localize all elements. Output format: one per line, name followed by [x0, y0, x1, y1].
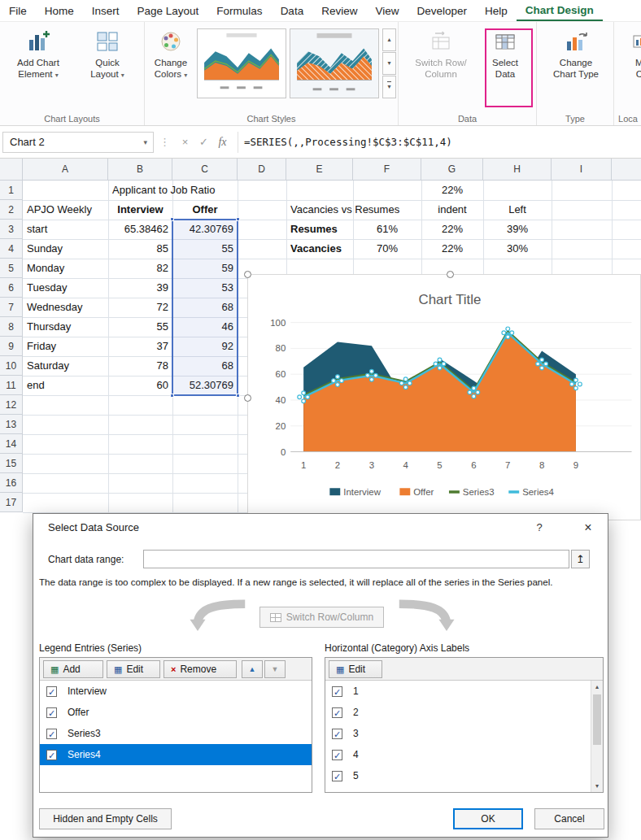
cell-A8[interactable]: Thursday — [23, 317, 108, 337]
name-box[interactable]: Chart 2 ▾ — [2, 132, 154, 153]
chart-data-range-input[interactable] — [143, 550, 569, 568]
cell-B3[interactable]: 65.38462 — [108, 220, 172, 239]
scrollbar[interactable]: ▴ ▾ — [591, 681, 603, 792]
column-header-D[interactable]: D — [238, 159, 286, 181]
menu-tab-home[interactable]: Home — [36, 0, 83, 21]
checkbox-icon[interactable]: ✓ — [46, 707, 57, 718]
style-gallery-scroll-down-button[interactable]: ▾ — [382, 52, 396, 75]
legend-entry-item-series3[interactable]: ✓Series3 — [40, 723, 312, 744]
menu-tab-developer[interactable]: Developer — [408, 0, 476, 21]
cancel-button[interactable]: Cancel — [534, 808, 604, 829]
column-header-H[interactable]: H — [483, 159, 552, 181]
cell-B6[interactable]: 39 — [108, 278, 172, 298]
scroll-down-icon[interactable]: ▾ — [591, 780, 603, 792]
cell-A7[interactable]: Wednesday — [23, 298, 108, 317]
change-colors-button[interactable]: ChangeColors ▾ — [146, 27, 195, 81]
row-header-8[interactable]: 8 — [0, 317, 23, 337]
chart-handle-top-left[interactable] — [244, 271, 251, 278]
remove-series-button[interactable]: ×Remove — [164, 660, 237, 678]
cell-B7[interactable]: 72 — [108, 298, 172, 317]
row-header-17[interactable]: 17 — [0, 493, 23, 512]
cell-A10[interactable]: Saturday — [23, 356, 108, 376]
cell-G2[interactable]: indent — [421, 200, 483, 220]
cell-B4[interactable]: 85 — [108, 239, 172, 259]
cell-A2[interactable]: APJO Weekly — [23, 200, 108, 220]
range-picker-button[interactable]: ↥ — [571, 550, 590, 568]
row-header-3[interactable]: 3 — [0, 220, 23, 239]
style-gallery-more-button[interactable]: ▾ — [382, 76, 396, 98]
checkbox-icon[interactable]: ✓ — [332, 750, 342, 760]
menu-tab-file[interactable]: File — [0, 0, 36, 21]
add-chart-element-button[interactable]: Add ChartElement ▾ — [5, 27, 72, 81]
cell-G1[interactable]: 22% — [421, 181, 483, 200]
checkbox-icon[interactable]: ✓ — [46, 686, 57, 697]
legend-entry-item-series4[interactable]: ✓Series4 — [40, 744, 312, 765]
cancel-icon[interactable]: × — [176, 136, 194, 148]
chevron-down-icon[interactable]: ▾ — [143, 138, 147, 146]
menu-tab-formulas[interactable]: Formulas — [207, 0, 271, 21]
formula-input[interactable]: =SERIES(,,Processing!$C$3:$C$11,4) — [244, 136, 452, 148]
cell-B1[interactable]: Applicant to Job Ratio — [108, 181, 219, 200]
cell-F3[interactable]: 61% — [353, 220, 421, 239]
column-header-I[interactable]: I — [552, 159, 612, 181]
cell-G3[interactable]: 22% — [421, 220, 483, 239]
row-header-6[interactable]: 6 — [0, 278, 23, 298]
select-all-corner[interactable] — [0, 159, 23, 181]
ok-button[interactable]: OK — [453, 808, 523, 829]
row-header-9[interactable]: 9 — [0, 337, 23, 356]
cell-A3[interactable]: start — [23, 220, 108, 239]
row-header-15[interactable]: 15 — [0, 454, 23, 473]
cell-B2[interactable]: Interview — [108, 200, 172, 220]
quick-layout-button[interactable]: QuickLayout ▾ — [76, 27, 138, 81]
checkbox-icon[interactable]: ✓ — [332, 686, 342, 697]
add-series-button[interactable]: ▦Add — [43, 660, 103, 678]
menu-tab-view[interactable]: View — [366, 0, 408, 21]
axis-labels-list[interactable]: ✓1✓2✓3✓4✓5 — [325, 681, 591, 792]
cell-F4[interactable]: 70% — [353, 239, 421, 259]
scroll-up-icon[interactable]: ▴ — [591, 681, 603, 693]
checkbox-icon[interactable]: ✓ — [46, 750, 57, 760]
checkbox-icon[interactable]: ✓ — [46, 729, 57, 739]
legend-entry-item-interview[interactable]: ✓Interview — [40, 681, 312, 702]
menu-tab-chart-design[interactable]: Chart Design — [517, 0, 603, 21]
cell-E4[interactable]: Vacancies — [286, 239, 353, 259]
column-header-B[interactable]: B — [108, 159, 172, 181]
cell-A4[interactable]: Sunday — [23, 239, 108, 259]
menu-tab-review[interactable]: Review — [312, 0, 366, 21]
range-handle[interactable] — [236, 394, 240, 398]
column-header-partial[interactable] — [612, 159, 641, 181]
axis-label-item-3[interactable]: ✓3 — [325, 723, 591, 744]
row-header-1[interactable]: 1 — [0, 181, 23, 200]
select-data-button[interactable]: SelectData — [482, 27, 529, 80]
row-header-13[interactable]: 13 — [0, 415, 23, 434]
checkbox-icon[interactable]: ✓ — [332, 729, 342, 739]
move-chart-button[interactable]: MoCh — [617, 27, 641, 80]
legend-entry-item-offer[interactable]: ✓Offer — [40, 702, 312, 723]
column-header-F[interactable]: F — [353, 159, 421, 181]
cell-A11[interactable]: end — [23, 376, 108, 395]
row-header-7[interactable]: 7 — [0, 298, 23, 317]
range-handle[interactable] — [236, 217, 240, 221]
axis-label-item-5[interactable]: ✓5 — [325, 765, 591, 786]
row-header-2[interactable]: 2 — [0, 200, 23, 220]
help-icon[interactable]: ? — [528, 514, 551, 542]
cell-A6[interactable]: Tuesday — [23, 278, 108, 298]
cell-B10[interactable]: 78 — [108, 356, 172, 376]
chart-source-range-highlight[interactable] — [172, 219, 238, 396]
cell-C2[interactable]: Offer — [172, 200, 238, 220]
legend-entries-list[interactable]: ✓Interview✓Offer✓Series3✓Series4 — [40, 681, 312, 792]
edit-axis-labels-button[interactable]: ▦Edit — [329, 660, 382, 678]
checkbox-icon[interactable]: ✓ — [332, 707, 342, 718]
chart-style-thumbnail-2[interactable] — [290, 28, 379, 98]
column-header-E[interactable]: E — [286, 159, 353, 181]
cell-H2[interactable]: Left — [483, 200, 552, 220]
row-header-10[interactable]: 10 — [0, 356, 23, 376]
checkbox-icon[interactable]: ✓ — [332, 771, 342, 781]
cell-B11[interactable]: 60 — [108, 376, 172, 395]
cell-A5[interactable]: Monday — [23, 259, 108, 278]
style-gallery-scroll-up-button[interactable]: ▴ — [382, 28, 396, 51]
cell-H3[interactable]: 39% — [483, 220, 552, 239]
cell-B9[interactable]: 37 — [108, 337, 172, 356]
range-handle[interactable] — [170, 394, 174, 398]
enter-icon[interactable]: ✓ — [194, 136, 213, 148]
